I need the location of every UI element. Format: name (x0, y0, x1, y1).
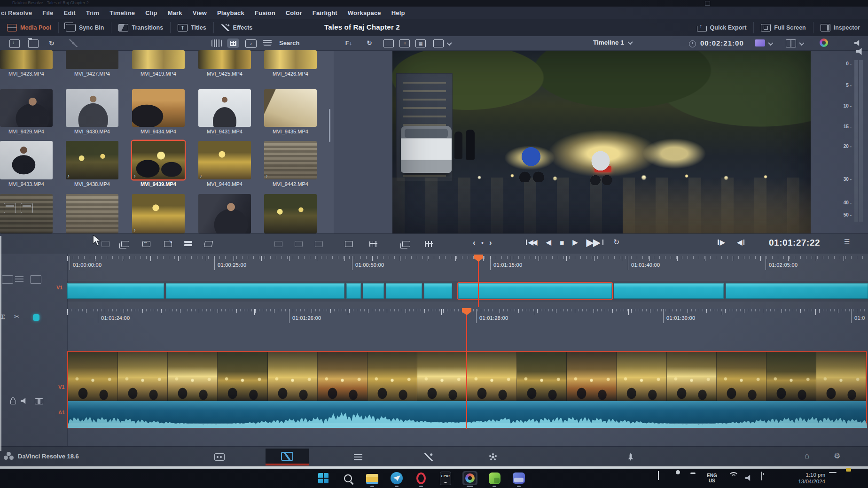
green-app-icon[interactable] (487, 471, 502, 485)
import-folder-icon[interactable] (28, 39, 39, 48)
quick-export-button[interactable]: Quick Export (690, 22, 754, 33)
previous-edit-icon[interactable]: ‹ (473, 238, 476, 248)
timeline-clip-segment[interactable] (386, 283, 422, 299)
play-button[interactable]: ▶ (571, 238, 578, 247)
color-wheel-icon[interactable] (820, 39, 828, 47)
menu-fairlight[interactable]: Fairlight (307, 9, 343, 16)
epic-games-icon[interactable]: EPIC (438, 471, 453, 485)
razor-tool-icon[interactable]: ✂ (14, 313, 24, 320)
dynamic-zoom-icon[interactable] (295, 241, 303, 247)
metadata-view-icon[interactable]: ♪ (245, 39, 257, 48)
clip-mvi-9427[interactable]: ♪ MVI_9427.MP4 (66, 50, 118, 77)
titles-toggle[interactable]: Titles (170, 22, 213, 33)
clip-mvi-9429[interactable]: ♪ MVI_9429.MP4 (0, 89, 53, 134)
viewer-video[interactable] (392, 51, 811, 233)
page-tab-fairlight[interactable] (553, 450, 569, 464)
clip-mvi-9442[interactable]: ♪ MVI_9442.MP4 (264, 141, 317, 187)
project-settings-icon[interactable]: ⚙ (834, 451, 840, 460)
audio-mixer-icon[interactable] (369, 241, 377, 247)
strip-view-icon[interactable] (211, 39, 222, 47)
mixer-icon[interactable] (15, 276, 23, 282)
overwrite-clip-icon[interactable] (142, 241, 150, 247)
page-tab-cut[interactable] (266, 449, 309, 465)
duration-timecode[interactable]: 00:02:21:00 (700, 39, 744, 47)
page-tab-deliver[interactable] (623, 450, 639, 464)
clip-mvi-9431[interactable]: ♪ MVI_9431.MP4 (198, 89, 251, 134)
import-media-icon[interactable] (9, 39, 20, 48)
list-view-icon[interactable] (263, 39, 272, 46)
language-indicator[interactable]: ENGUS (707, 473, 717, 483)
timeline-clip-segment[interactable] (424, 283, 452, 299)
menu-mark[interactable]: Mark (163, 9, 188, 16)
replace-clip-icon[interactable] (164, 241, 172, 247)
menu-trim[interactable]: Trim (81, 9, 104, 16)
page-tab-color[interactable] (485, 450, 501, 464)
track-solo-icon[interactable] (35, 398, 43, 404)
trim-mode-icon[interactable] (274, 241, 282, 247)
media-clip[interactable]: ♪ (198, 194, 251, 233)
menu-workspace[interactable]: Workspace (343, 9, 386, 16)
menu-davinci-resolve[interactable]: ci Resolve (0, 9, 37, 16)
camera-chevron-icon[interactable] (768, 40, 773, 46)
clip-mvi-9419[interactable]: ♪ MVI_9419.MP4 (132, 50, 185, 77)
clip-mvi-9434[interactable]: ♪ MVI_9434.MP4 (132, 89, 185, 134)
snapping-indicator[interactable] (33, 314, 39, 321)
menu-file[interactable]: File (37, 9, 58, 16)
media-clip[interactable]: ♪ (66, 194, 118, 233)
timeline-ruler[interactable]: 01:00:00:0001:00:25:0001:00:50:0001:01:1… (67, 256, 868, 277)
opera-browser-icon[interactable] (414, 471, 429, 485)
current-position-icon[interactable]: ● (481, 240, 484, 245)
viewer-mode-chevron-icon[interactable] (446, 40, 452, 46)
new-timeline-icon[interactable] (21, 203, 33, 213)
grid-chevron-icon[interactable] (799, 40, 804, 46)
page-tab-edit[interactable] (350, 450, 366, 464)
project-manager-icon[interactable]: ⌂ (805, 451, 809, 461)
playhead-line[interactable] (478, 255, 479, 307)
selected-timeline-clip[interactable] (67, 351, 867, 428)
media-clip[interactable]: ♪ (132, 194, 185, 233)
full-screen-button[interactable]: Full Screen (753, 22, 813, 33)
menu-timeline[interactable]: Timeline (104, 9, 140, 16)
taskbar-clock[interactable]: 1:10 pm 13/04/2024 (776, 472, 825, 485)
relink-icon[interactable]: ↻ (49, 39, 58, 47)
timeline-options-icon[interactable]: ≡ (844, 236, 850, 247)
track-lock-icon[interactable] (10, 400, 16, 404)
menu-playback[interactable]: Playback (212, 9, 250, 16)
clip-mvi-9423[interactable]: ♪ MVI_9423.MP4 (0, 50, 53, 77)
timeline-selector[interactable]: Timeline 1 (593, 39, 632, 46)
menu-color[interactable]: Color (281, 9, 307, 16)
stop-button[interactable]: ■ (558, 238, 564, 247)
clip-mvi-9439[interactable]: ♪ MVI_9439.MP4 (132, 141, 185, 187)
clip-mvi-9433[interactable]: ♪ MVI_9433.MP4 (0, 141, 53, 187)
clip-mvi-9426[interactable]: ♪ MVI_9426.MP4 (264, 50, 317, 77)
timeline-clip-segment[interactable] (614, 283, 724, 299)
camera-source-icon[interactable] (755, 39, 765, 46)
timeline-clip-segment[interactable] (346, 283, 361, 299)
menu-fusion[interactable]: Fusion (250, 9, 281, 16)
battery-icon[interactable] (761, 472, 762, 480)
playhead-timecode[interactable]: 01:01:27:22 (769, 238, 820, 248)
clip-mvi-9430[interactable]: ♪ MVI_9430.MP4 (66, 89, 118, 134)
insert-clip-icon[interactable] (121, 241, 129, 247)
smart-insert-icon[interactable] (102, 241, 109, 247)
media-pool-scrollbar[interactable] (329, 109, 330, 142)
transitions-toggle[interactable]: Transitions (111, 22, 170, 33)
tray-expand-icon[interactable] (658, 472, 659, 480)
timeline-view-icon[interactable] (402, 241, 410, 247)
media-pool-toggle[interactable]: Media Pool (0, 22, 58, 33)
loop-button[interactable]: ↻ (612, 238, 619, 247)
menu-view[interactable]: View (188, 9, 212, 16)
tool-icon[interactable] (2, 275, 13, 284)
timeline-clip-segment[interactable] (726, 283, 868, 299)
next-edit-icon[interactable]: › (489, 238, 492, 248)
page-tab-fusion[interactable] (421, 450, 437, 464)
place-on-top-icon[interactable] (184, 241, 192, 243)
goto-first-frame-button[interactable]: ◀◀ (524, 238, 538, 247)
trim-tool-icon[interactable]: Ɪ (1, 313, 11, 321)
multicam-grid-icon[interactable] (786, 39, 796, 47)
inspector-button[interactable]: Inspector (813, 22, 867, 33)
new-bin-icon[interactable] (4, 203, 16, 213)
timeline-clip-segment[interactable] (67, 283, 164, 299)
refresh-icon[interactable]: ↻ (365, 39, 374, 46)
overlay-icon[interactable]: ⌗ (399, 39, 410, 47)
